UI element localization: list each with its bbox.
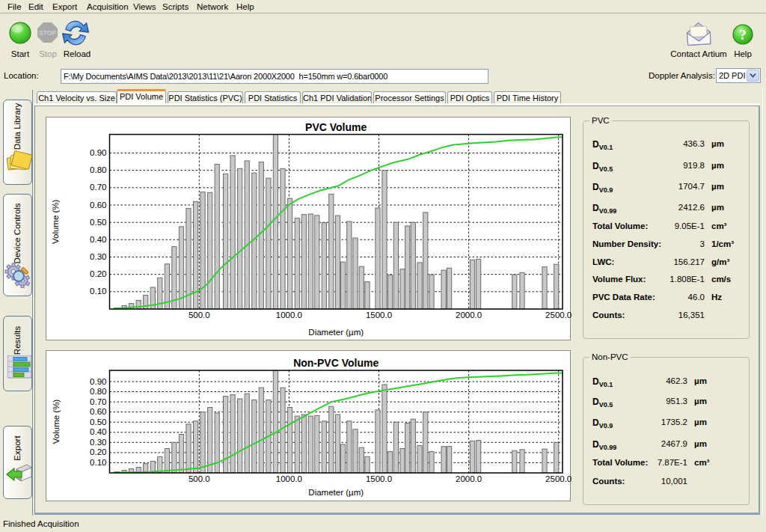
svg-text:PVC Volume: PVC Volume <box>305 121 367 133</box>
svg-text:0.50: 0.50 <box>90 218 106 227</box>
svg-text:0.40: 0.40 <box>90 235 106 244</box>
svg-text:0.10: 0.10 <box>90 458 106 467</box>
svg-text:STOP: STOP <box>39 29 56 37</box>
svg-text:0.70: 0.70 <box>90 183 106 192</box>
svg-text:Non-PVC Volume: Non-PVC Volume <box>293 357 379 369</box>
svg-text:0.80: 0.80 <box>90 387 106 396</box>
svg-text:2000.0: 2000.0 <box>456 311 482 319</box>
svg-text:Diameter (µm): Diameter (µm) <box>308 328 364 337</box>
svg-text:0.90: 0.90 <box>90 377 106 386</box>
svg-text:500.0: 500.0 <box>189 311 210 319</box>
svg-text:2500.0: 2500.0 <box>545 474 572 483</box>
svg-text:Volume (%): Volume (%) <box>52 400 61 444</box>
svg-text:0.60: 0.60 <box>90 407 106 416</box>
svg-text:0.60: 0.60 <box>90 201 106 210</box>
svg-text:2000.0: 2000.0 <box>456 474 482 483</box>
svg-text:0.10: 0.10 <box>90 287 106 296</box>
svg-text:Export: Export <box>13 435 22 461</box>
svg-text:Diameter (µm): Diameter (µm) <box>308 488 364 497</box>
svg-text:500.0: 500.0 <box>189 474 210 483</box>
svg-text:0.20: 0.20 <box>90 447 106 456</box>
svg-text:0.30: 0.30 <box>90 252 106 261</box>
svg-text:0.70: 0.70 <box>90 397 106 406</box>
svg-text:1000.0: 1000.0 <box>276 474 302 483</box>
svg-text:0.40: 0.40 <box>90 427 106 436</box>
svg-text:Data Library: Data Library <box>13 103 22 150</box>
svg-text:2500.0: 2500.0 <box>545 311 572 319</box>
svg-text:Results: Results <box>13 326 22 355</box>
svg-text:0.20: 0.20 <box>90 269 106 278</box>
svg-text:1000.0: 1000.0 <box>276 311 302 319</box>
svg-text:0.90: 0.90 <box>90 148 106 157</box>
svg-text:1500.0: 1500.0 <box>366 311 392 319</box>
svg-text:1500.0: 1500.0 <box>366 474 392 483</box>
svg-text:0.50: 0.50 <box>90 418 106 426</box>
svg-text:Volume (%): Volume (%) <box>52 199 61 244</box>
svg-text:0.30: 0.30 <box>90 438 106 447</box>
svg-text:Device Controls: Device Controls <box>13 203 22 263</box>
svg-text:?: ? <box>739 27 747 43</box>
svg-text:0.80: 0.80 <box>90 165 106 174</box>
